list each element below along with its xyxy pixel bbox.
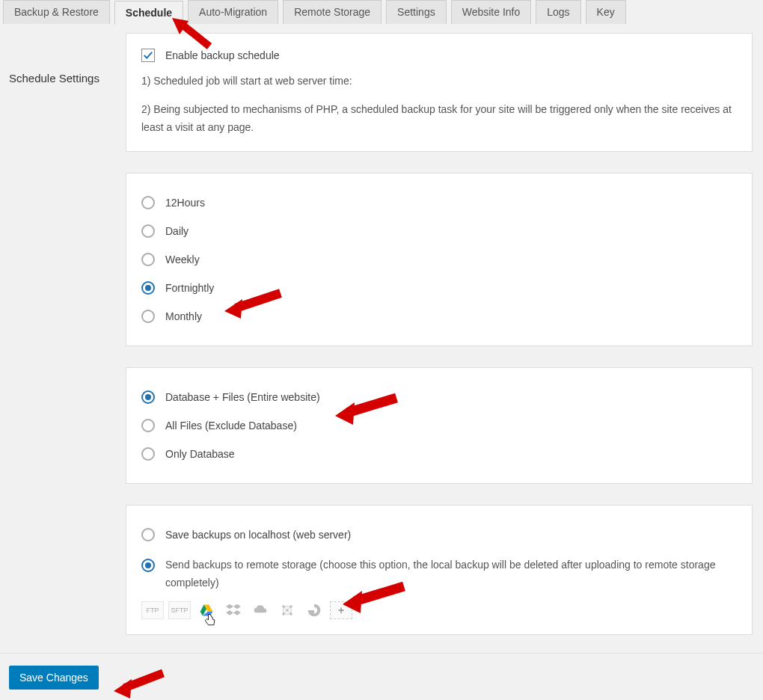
label-remote: Send backups to remote storage (choose t… bbox=[165, 556, 737, 592]
tabs-bar: Backup & Restore Schedule Auto-Migration… bbox=[0, 0, 763, 24]
tab-logs[interactable]: Logs bbox=[536, 0, 580, 24]
save-button[interactable]: Save Changes bbox=[9, 666, 99, 690]
google-drive-icon[interactable] bbox=[195, 601, 218, 619]
onedrive-icon[interactable] bbox=[249, 601, 272, 619]
enable-label: Enable backup schedule bbox=[165, 49, 280, 61]
label-daily: Daily bbox=[165, 225, 189, 237]
radio-daily[interactable] bbox=[141, 224, 155, 238]
tab-auto-migration[interactable]: Auto-Migration bbox=[188, 0, 278, 24]
label-db-files: Database + Files (Entire website) bbox=[165, 391, 320, 403]
svg-rect-5 bbox=[311, 610, 314, 613]
radio-only-db[interactable] bbox=[141, 447, 155, 461]
tab-key[interactable]: Key bbox=[586, 0, 626, 24]
radio-db-files[interactable] bbox=[141, 390, 155, 404]
destination-panel: Save backups on localhost (web server) S… bbox=[126, 505, 753, 635]
label-all-files: All Files (Exclude Database) bbox=[165, 420, 297, 432]
dropbox-icon[interactable] bbox=[222, 601, 245, 619]
storage-icons: FTP SFTP bbox=[141, 601, 737, 619]
label-only-db: Only Database bbox=[165, 448, 235, 460]
radio-remote[interactable] bbox=[141, 559, 155, 572]
enable-checkbox[interactable] bbox=[141, 49, 155, 62]
digitalocean-icon[interactable] bbox=[303, 601, 325, 619]
label-weekly: Weekly bbox=[165, 254, 200, 265]
radio-fortnightly[interactable] bbox=[141, 281, 155, 295]
label-monthly: Monthly bbox=[165, 310, 202, 322]
tab-schedule[interactable]: Schedule bbox=[114, 1, 183, 25]
scope-panel: Database + Files (Entire website) All Fi… bbox=[126, 367, 753, 484]
sftp-icon[interactable]: SFTP bbox=[168, 601, 191, 619]
radio-12hours[interactable] bbox=[141, 196, 155, 209]
label-12hours: 12Hours bbox=[165, 197, 205, 209]
radio-weekly[interactable] bbox=[141, 253, 155, 266]
radio-monthly[interactable] bbox=[141, 310, 155, 323]
tab-website-info[interactable]: Website Info bbox=[451, 0, 532, 24]
label-fortnightly: Fortnightly bbox=[165, 282, 214, 294]
radio-all-files[interactable] bbox=[141, 419, 155, 432]
note-2: 2) Being subjected to mechanisms of PHP,… bbox=[141, 101, 737, 137]
amazon-s3-icon[interactable] bbox=[276, 601, 298, 619]
cursor-icon bbox=[203, 612, 218, 630]
sidebar-title: Schedule Settings bbox=[6, 33, 111, 644]
enable-panel: Enable backup schedule 1) Scheduled job … bbox=[126, 33, 753, 152]
footer: Save Changes bbox=[0, 653, 763, 700]
note-1: 1) Scheduled job will start at web serve… bbox=[141, 73, 737, 90]
ftp-icon[interactable]: FTP bbox=[141, 601, 164, 619]
label-localhost: Save backups on localhost (web server) bbox=[165, 529, 351, 541]
tab-backup-restore[interactable]: Backup & Restore bbox=[3, 0, 110, 24]
radio-localhost[interactable] bbox=[141, 528, 155, 541]
tab-settings[interactable]: Settings bbox=[386, 0, 447, 24]
add-storage-icon[interactable]: + bbox=[330, 601, 352, 619]
frequency-panel: 12Hours Daily Weekly Fortnightly Monthly bbox=[126, 173, 753, 346]
tab-remote-storage[interactable]: Remote Storage bbox=[283, 0, 382, 24]
